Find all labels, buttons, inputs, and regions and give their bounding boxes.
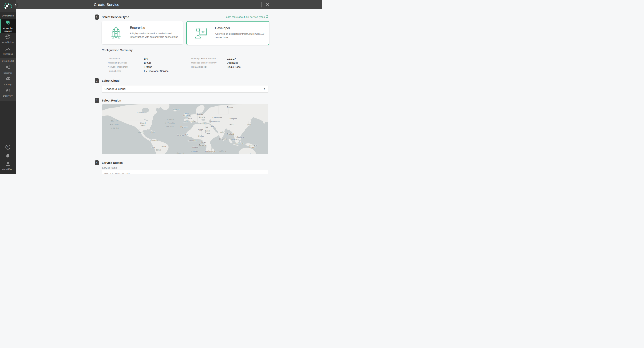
map-country-label: Sri Lanka <box>219 138 227 140</box>
map-labels-layer: RussiaNorwayCanadaUnited KingdomBelarusU… <box>102 104 268 154</box>
summary-value: 1 x Developer Service <box>144 70 168 72</box>
summary-label: Pricing Limits <box>108 70 121 72</box>
map-country-label: Russia <box>227 106 233 108</box>
sidebar-item-label: Designer <box>4 72 12 74</box>
page-title: Create Service <box>94 0 119 9</box>
map-country-label: Indonesia <box>236 142 244 144</box>
mesh-builder-hexagon-icon <box>5 34 10 40</box>
step-rail <box>96 103 97 160</box>
service-type-card-enterprise[interactable]: Enterprise A highly available service on… <box>102 21 183 44</box>
svg-text:</>: </> <box>201 30 204 33</box>
sidebar-expand-button[interactable] <box>13 2 18 8</box>
map-country-label: Senegal <box>177 134 184 136</box>
bell-icon <box>6 154 10 159</box>
map-ocean-label: South <box>176 152 184 154</box>
external-link-icon <box>266 15 268 18</box>
designer-icon <box>5 65 10 71</box>
sidebar-item-label: Mesh Builder <box>1 41 15 44</box>
sidebar-item-messaging-services[interactable]: Messaging Services <box>0 20 16 33</box>
service-name-label: Service Name <box>102 166 117 169</box>
summary-label: Message Broker Tenancy <box>191 62 216 64</box>
map-country-label: Namibia <box>191 150 198 153</box>
create-service-header: Create Service <box>16 0 322 9</box>
learn-more-link[interactable]: Learn more about our service types <box>225 15 268 18</box>
summary-value: 100 <box>144 57 148 60</box>
step-rail <box>96 166 97 174</box>
map-country-label: Mexico <box>138 131 144 134</box>
step-4-badge: 4 <box>95 160 99 166</box>
region-map[interactable]: RussiaNorwayCanadaUnited KingdomBelarusU… <box>102 104 268 154</box>
map-ocean-label: North Pacific Ocean <box>110 120 120 130</box>
summary-label: Messaging Storage <box>108 62 127 64</box>
map-ocean-label: South <box>118 153 126 154</box>
user-name-label[interactable]: slace-l26w… <box>0 168 16 170</box>
map-country-label: United Kingdom <box>183 112 190 117</box>
sidebar-item-label: Discovery <box>3 95 12 97</box>
map-country-label: Turkey <box>200 122 206 124</box>
configuration-summary-title: Configuration Summary <box>102 48 133 52</box>
cloud-select-dropdown[interactable]: Choose a Cloud ▼ <box>102 85 268 92</box>
map-country-label: Cuba <box>150 131 155 134</box>
map-country-label: Angola <box>192 146 198 148</box>
summary-label: Network Throughput <box>108 66 128 68</box>
map-country-label: United States <box>140 122 146 126</box>
sidebar-item-monitoring[interactable]: Monitoring <box>0 45 16 57</box>
close-icon <box>266 2 270 7</box>
step-2-badge: 2 <box>95 78 99 83</box>
summary-label: High Availability <box>191 66 207 68</box>
sidebar-item-discovery[interactable]: Discovery <box>0 86 16 99</box>
sidebar-item-label: Messaging Services <box>2 27 14 32</box>
close-button[interactable] <box>264 2 271 8</box>
summary-value: 10 GB <box>144 61 151 64</box>
map-country-label: Japan <box>246 123 252 126</box>
summary-value: 8 Mbps <box>144 66 152 68</box>
step-rail <box>96 83 97 98</box>
sidebar-item-designer[interactable]: Designer <box>0 64 16 76</box>
step-4-title: Service Details <box>102 160 123 166</box>
sidebar: Event Mesh Messaging Services Mesh Build… <box>0 0 16 174</box>
sidebar-item-label: Monitoring <box>3 53 13 55</box>
learn-more-link-text: Learn more about our service types <box>225 16 265 18</box>
map-country-label: Egypt <box>198 128 203 131</box>
summary-label: Message Broker Version <box>191 58 216 60</box>
map-country-label: Malaysia <box>230 138 237 141</box>
map-country-label: Colombia <box>150 140 158 142</box>
map-country-label: Kazakhstan <box>212 116 222 119</box>
service-type-title: Enterprise <box>130 26 145 30</box>
map-country-label: Tanzania <box>199 144 206 146</box>
help-button[interactable]: ? <box>0 144 16 150</box>
map-country-label: Thailand <box>227 133 234 135</box>
sidebar-item-label: Catalog <box>4 83 12 86</box>
cloud-select-value: Choose a Cloud <box>104 86 126 92</box>
user-menu-button[interactable] <box>0 161 16 167</box>
notifications-button[interactable] <box>0 154 16 159</box>
developer-person-code-icon: </> <box>195 27 208 40</box>
service-type-description: A highly available service on dedicated … <box>130 32 184 39</box>
step-3-title: Select Region <box>102 98 121 103</box>
map-country-label: Sudan <box>198 135 204 137</box>
sidebar-item-mesh-builder[interactable]: Mesh Builder <box>0 33 16 45</box>
header-divider <box>262 2 262 8</box>
rocket-icon <box>110 26 122 40</box>
map-country-label: Cameroon <box>188 140 196 142</box>
step-2-title: Select Cloud <box>102 78 120 83</box>
service-name-input[interactable] <box>102 170 268 174</box>
map-country-label: Norway <box>173 108 180 110</box>
map-country-label: Uzbekistan <box>210 120 220 123</box>
map-country-label: Peru <box>151 146 155 148</box>
sidebar-item-catalog[interactable]: Catalog <box>0 75 16 88</box>
map-country-label: Australia <box>244 153 252 154</box>
summary-value: Single Node <box>227 66 241 68</box>
avatar <box>5 161 10 167</box>
map-country-label: Iraq <box>204 126 208 128</box>
chevron-right-icon <box>15 4 17 6</box>
sidebar-item-label: Event Mesh <box>2 14 14 17</box>
sidebar-item-event-mesh[interactable]: Event Mesh <box>0 12 16 20</box>
map-country-label: Philippines <box>234 136 244 138</box>
event-portal-section-label: Event Portal <box>0 58 16 62</box>
catalog-book-icon <box>5 77 10 82</box>
map-ocean-label: Indian Ocean <box>218 150 226 154</box>
map-country-label: Mongolia <box>230 118 237 120</box>
summary-value: Dedicated <box>227 61 238 64</box>
service-type-card-developer[interactable]: </> Developer A service on dedicated inf… <box>186 21 269 45</box>
